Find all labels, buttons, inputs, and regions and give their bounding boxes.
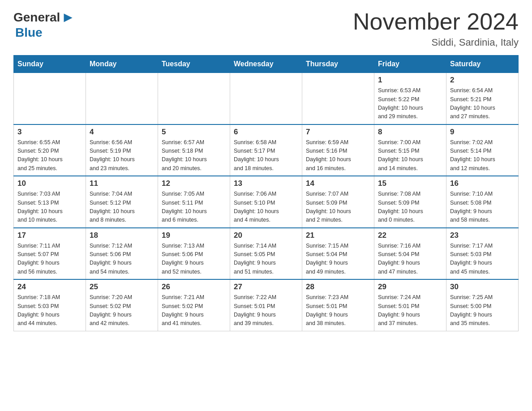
day-info: Sunrise: 7:15 AMSunset: 5:04 PMDaylight:… xyxy=(306,242,370,277)
logo: General ► Blue xyxy=(13,9,75,40)
day-info: Sunrise: 6:56 AMSunset: 5:19 PMDaylight:… xyxy=(90,138,154,173)
day-number: 6 xyxy=(234,128,298,137)
calendar-cell: 20Sunrise: 7:14 AMSunset: 5:05 PMDayligh… xyxy=(230,228,302,280)
day-number: 30 xyxy=(450,283,515,291)
calendar-cell: 3Sunrise: 6:55 AMSunset: 5:20 PMDaylight… xyxy=(14,124,86,176)
calendar-week-row: 24Sunrise: 7:18 AMSunset: 5:03 PMDayligh… xyxy=(14,279,519,331)
day-number: 10 xyxy=(17,179,82,188)
calendar-cell: 4Sunrise: 6:56 AMSunset: 5:19 PMDaylight… xyxy=(86,124,158,176)
calendar-cell xyxy=(158,73,230,124)
day-info: Sunrise: 7:21 AMSunset: 5:02 PMDaylight:… xyxy=(162,293,226,328)
day-info: Sunrise: 6:58 AMSunset: 5:17 PMDaylight:… xyxy=(234,138,298,173)
day-info: Sunrise: 6:59 AMSunset: 5:16 PMDaylight:… xyxy=(306,138,370,173)
day-number: 1 xyxy=(378,76,442,85)
weekday-header-wednesday: Wednesday xyxy=(230,56,302,73)
weekday-header-row: SundayMondayTuesdayWednesdayThursdayFrid… xyxy=(14,56,519,73)
page-header: General ► Blue November 2024 Siddi, Sard… xyxy=(13,9,519,48)
day-info: Sunrise: 7:10 AMSunset: 5:08 PMDaylight:… xyxy=(450,190,515,225)
day-number: 20 xyxy=(234,231,298,240)
calendar-cell xyxy=(230,73,302,124)
location: Siddi, Sardinia, Italy xyxy=(353,37,519,48)
day-info: Sunrise: 7:24 AMSunset: 5:01 PMDaylight:… xyxy=(378,293,442,328)
calendar-cell: 6Sunrise: 6:58 AMSunset: 5:17 PMDaylight… xyxy=(230,124,302,176)
day-number: 7 xyxy=(306,128,370,137)
calendar-cell: 13Sunrise: 7:06 AMSunset: 5:10 PMDayligh… xyxy=(230,176,302,228)
day-info: Sunrise: 7:11 AMSunset: 5:07 PMDaylight:… xyxy=(17,242,82,277)
calendar-cell: 23Sunrise: 7:17 AMSunset: 5:03 PMDayligh… xyxy=(446,228,519,280)
day-info: Sunrise: 6:53 AMSunset: 5:22 PMDaylight:… xyxy=(378,86,442,121)
day-number: 28 xyxy=(306,283,370,291)
day-number: 22 xyxy=(378,231,442,240)
day-info: Sunrise: 7:22 AMSunset: 5:01 PMDaylight:… xyxy=(234,293,298,328)
calendar-cell: 18Sunrise: 7:12 AMSunset: 5:06 PMDayligh… xyxy=(86,228,158,280)
day-info: Sunrise: 7:13 AMSunset: 5:06 PMDaylight:… xyxy=(162,242,226,277)
day-info: Sunrise: 7:18 AMSunset: 5:03 PMDaylight:… xyxy=(17,293,82,328)
calendar-cell: 19Sunrise: 7:13 AMSunset: 5:06 PMDayligh… xyxy=(158,228,230,280)
day-info: Sunrise: 7:08 AMSunset: 5:09 PMDaylight:… xyxy=(378,190,442,225)
day-number: 24 xyxy=(17,283,82,291)
month-title: November 2024 xyxy=(353,9,519,34)
logo-arrow-icon: ► xyxy=(61,9,75,26)
title-section: November 2024 Siddi, Sardinia, Italy xyxy=(353,9,519,48)
calendar-cell: 9Sunrise: 7:02 AMSunset: 5:14 PMDaylight… xyxy=(446,124,519,176)
day-info: Sunrise: 6:55 AMSunset: 5:20 PMDaylight:… xyxy=(17,138,82,173)
calendar-cell: 15Sunrise: 7:08 AMSunset: 5:09 PMDayligh… xyxy=(374,176,446,228)
calendar-cell: 29Sunrise: 7:24 AMSunset: 5:01 PMDayligh… xyxy=(374,279,446,331)
calendar-cell: 12Sunrise: 7:05 AMSunset: 5:11 PMDayligh… xyxy=(158,176,230,228)
calendar-cell xyxy=(86,73,158,124)
calendar-week-row: 10Sunrise: 7:03 AMSunset: 5:13 PMDayligh… xyxy=(14,176,519,228)
day-number: 2 xyxy=(450,76,515,85)
calendar-cell: 21Sunrise: 7:15 AMSunset: 5:04 PMDayligh… xyxy=(302,228,374,280)
day-info: Sunrise: 7:02 AMSunset: 5:14 PMDaylight:… xyxy=(450,138,515,173)
calendar-cell xyxy=(14,73,86,124)
day-number: 17 xyxy=(17,231,82,240)
calendar-cell: 24Sunrise: 7:18 AMSunset: 5:03 PMDayligh… xyxy=(14,279,86,331)
calendar-cell: 11Sunrise: 7:04 AMSunset: 5:12 PMDayligh… xyxy=(86,176,158,228)
day-number: 5 xyxy=(162,128,226,137)
day-number: 9 xyxy=(450,128,515,137)
calendar-table: SundayMondayTuesdayWednesdayThursdayFrid… xyxy=(13,55,519,331)
calendar-cell: 7Sunrise: 6:59 AMSunset: 5:16 PMDaylight… xyxy=(302,124,374,176)
calendar-cell: 27Sunrise: 7:22 AMSunset: 5:01 PMDayligh… xyxy=(230,279,302,331)
calendar-cell: 10Sunrise: 7:03 AMSunset: 5:13 PMDayligh… xyxy=(14,176,86,228)
day-info: Sunrise: 7:17 AMSunset: 5:03 PMDaylight:… xyxy=(450,242,515,277)
calendar-cell: 1Sunrise: 6:53 AMSunset: 5:22 PMDaylight… xyxy=(374,73,446,124)
day-info: Sunrise: 7:06 AMSunset: 5:10 PMDaylight:… xyxy=(234,190,298,225)
logo-general: General xyxy=(13,10,60,25)
day-number: 27 xyxy=(234,283,298,291)
calendar-cell: 5Sunrise: 6:57 AMSunset: 5:18 PMDaylight… xyxy=(158,124,230,176)
day-info: Sunrise: 6:57 AMSunset: 5:18 PMDaylight:… xyxy=(162,138,226,173)
day-number: 26 xyxy=(162,283,226,291)
day-number: 12 xyxy=(162,179,226,188)
calendar-cell: 26Sunrise: 7:21 AMSunset: 5:02 PMDayligh… xyxy=(158,279,230,331)
calendar-week-row: 3Sunrise: 6:55 AMSunset: 5:20 PMDaylight… xyxy=(14,124,519,176)
day-info: Sunrise: 7:14 AMSunset: 5:05 PMDaylight:… xyxy=(234,242,298,277)
logo-blue-text: Blue xyxy=(15,26,43,40)
day-info: Sunrise: 7:00 AMSunset: 5:15 PMDaylight:… xyxy=(378,138,442,173)
day-number: 18 xyxy=(90,231,154,240)
calendar-cell: 16Sunrise: 7:10 AMSunset: 5:08 PMDayligh… xyxy=(446,176,519,228)
weekday-header-tuesday: Tuesday xyxy=(158,56,230,73)
day-number: 14 xyxy=(306,179,370,188)
day-info: Sunrise: 7:25 AMSunset: 5:00 PMDaylight:… xyxy=(450,293,515,328)
calendar-cell: 14Sunrise: 7:07 AMSunset: 5:09 PMDayligh… xyxy=(302,176,374,228)
day-number: 11 xyxy=(90,179,154,188)
weekday-header-thursday: Thursday xyxy=(302,56,374,73)
weekday-header-saturday: Saturday xyxy=(446,56,519,73)
calendar-cell xyxy=(302,73,374,124)
day-number: 4 xyxy=(90,128,154,137)
calendar-cell: 28Sunrise: 7:23 AMSunset: 5:01 PMDayligh… xyxy=(302,279,374,331)
day-info: Sunrise: 6:54 AMSunset: 5:21 PMDaylight:… xyxy=(450,86,515,121)
calendar-cell: 25Sunrise: 7:20 AMSunset: 5:02 PMDayligh… xyxy=(86,279,158,331)
calendar-cell: 8Sunrise: 7:00 AMSunset: 5:15 PMDaylight… xyxy=(374,124,446,176)
calendar-cell: 2Sunrise: 6:54 AMSunset: 5:21 PMDaylight… xyxy=(446,73,519,124)
day-number: 23 xyxy=(450,231,515,240)
day-number: 16 xyxy=(450,179,515,188)
day-info: Sunrise: 7:04 AMSunset: 5:12 PMDaylight:… xyxy=(90,190,154,225)
day-info: Sunrise: 7:20 AMSunset: 5:02 PMDaylight:… xyxy=(90,293,154,328)
day-number: 29 xyxy=(378,283,442,291)
calendar-week-row: 17Sunrise: 7:11 AMSunset: 5:07 PMDayligh… xyxy=(14,228,519,280)
calendar-cell: 22Sunrise: 7:16 AMSunset: 5:04 PMDayligh… xyxy=(374,228,446,280)
weekday-header-friday: Friday xyxy=(374,56,446,73)
day-info: Sunrise: 7:05 AMSunset: 5:11 PMDaylight:… xyxy=(162,190,226,225)
